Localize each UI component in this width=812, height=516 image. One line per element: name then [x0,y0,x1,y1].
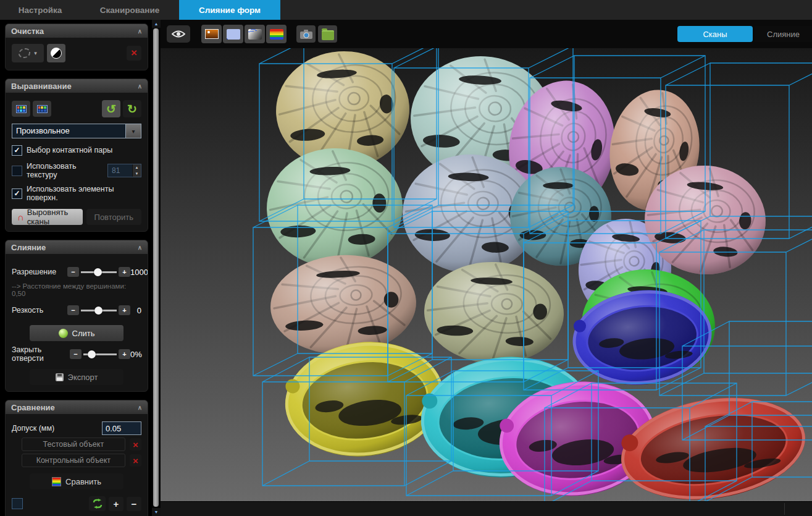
undo-button[interactable]: ↺ [102,100,120,117]
close-holes-slider[interactable] [83,353,117,355]
tab-shape-fusion[interactable]: Слияние форм [179,0,280,20]
resolution-slider[interactable] [81,271,117,273]
rainbow-deviation-icon [52,477,61,486]
viewport-toolbar: Сканы Слияние [161,20,812,48]
gray-gradient-icon [248,29,262,40]
collapse-caret-icon: ∧ [138,404,142,411]
resolution-value: 1000 [130,268,148,277]
redo-icon: ↻ [127,102,137,116]
tab-settings[interactable]: Настройка [0,0,80,20]
remove-button[interactable]: − [127,497,141,511]
align-scans-button[interactable]: ∩ Выровнять сканы [12,209,83,225]
status-bar-divider [784,503,785,515]
slider-minus-button[interactable]: − [67,267,79,277]
panel-fusion-header[interactable]: Слияние ∧ [6,240,148,254]
slider-thumb[interactable] [94,268,102,276]
resolution-label: Разрешение [12,268,67,276]
slider-plus-button[interactable]: + [119,305,130,315]
rainbow-icon [270,29,283,40]
open-folder-button[interactable] [318,25,337,43]
show-shaded-button[interactable] [223,25,243,43]
slider-plus-button[interactable]: + [119,267,130,277]
alignment-mode-dropdown[interactable]: Произвольное ▾ [12,124,141,138]
repeat-button[interactable]: Повторить [86,209,141,225]
clear-test-object-button[interactable]: × [130,438,141,450]
vertex-distance-hint: --> Расстояние между вершинами: 0,50 [12,282,141,297]
scan-row-view-button[interactable] [33,101,51,117]
view-fusion-button[interactable]: Слияние [755,26,812,42]
panel-title: Слияние [11,243,46,252]
swap-objects-button[interactable] [89,496,106,511]
visibility-button[interactable] [167,25,190,43]
export-label: Экспорт [68,373,98,382]
viewport-status-bar [161,501,812,516]
clear-control-object-button[interactable]: × [130,454,141,467]
alignment-mode-value: Произвольное [12,124,125,138]
compare-label: Сравнить [65,477,101,486]
add-button[interactable]: + [109,497,123,511]
panel-fusion: Слияние ∧ Разрешение − + 1000 --> Рассто… [5,240,148,392]
folder-icon [322,30,334,40]
delete-x-icon: × [131,47,137,59]
invert-selection-icon [51,48,62,59]
panel-title: Сравнение [11,403,55,412]
test-object-button[interactable]: Тестовый объект [22,438,125,451]
panel-alignment-header[interactable]: Выравнивание ∧ [6,79,148,93]
tab-scanning[interactable]: Сканирование [80,0,179,20]
checkbox[interactable]: ✓ [12,145,22,156]
checkbox-label: Использовать элементы поверхн. [27,185,141,202]
collapse-caret-icon: ∧ [138,28,142,35]
sidebar-scrollbar[interactable]: ▲ ▼ [152,20,161,516]
sharpness-slider[interactable] [81,310,117,311]
sidebar: Очистка ∧ ▾ × [0,20,152,516]
redo-button[interactable]: ↻ [123,100,141,117]
export-button[interactable]: Экспорт [30,369,123,385]
slider-minus-button[interactable]: − [67,305,79,315]
slider-thumb[interactable] [94,307,103,315]
show-texture-button[interactable] [201,25,222,43]
selection-tool-dropdown[interactable]: ▾ [12,44,44,62]
tolerance-input[interactable] [102,421,141,435]
fuse-button[interactable]: Слить [30,325,123,341]
viewport-area: Сканы Слияние [161,20,812,516]
alignment-checkbox-row-2: ✓Использовать элементы поверхн. [12,185,141,202]
slider-thumb[interactable] [88,350,96,358]
3d-viewport[interactable] [161,48,812,502]
checkbox[interactable]: ✓ [12,188,22,199]
panel-alignment: Выравнивание ∧ ↺ ↻ [5,78,148,232]
blue-fan-icon [227,29,240,40]
show-deviation-colors-button[interactable] [266,25,287,43]
sharpness-slider-row: Резкость − + 0 [12,303,141,317]
sharpness-label: Резкость [12,306,67,315]
alignment-checkbox-row-0: ✓Выбор контактной пары [12,144,141,156]
checkbox[interactable] [12,166,22,176]
panel-comparison-header[interactable]: Сравнение ∧ [6,400,148,414]
scroll-up-button[interactable]: ▲ [152,20,161,28]
screenshot-button[interactable] [296,25,316,43]
scrollbar-thumb[interactable] [153,28,159,507]
spinner-arrows[interactable]: ▲▼ [132,164,141,177]
delete-selection-button[interactable]: × [127,46,141,61]
compare-button[interactable]: Сравнить [30,473,123,489]
panel-comparison: Сравнение ∧ Допуск (мм) Тестовый объект … [5,400,148,516]
slider-plus-button[interactable]: + [119,349,130,359]
texture-quality-input[interactable]: 81▲▼ [107,164,141,177]
scroll-down-button[interactable]: ▼ [152,508,161,516]
scan-row-icon [37,105,48,113]
sharpness-value: 0 [130,306,141,315]
slider-minus-button[interactable]: − [70,349,82,359]
texture-quality-value: 81 [108,164,132,177]
invert-selection-button[interactable] [47,44,65,62]
show-gray-shaded-button[interactable] [245,25,265,43]
panel-title: Очистка [11,27,44,36]
comparison-checkbox[interactable] [12,498,23,509]
chevron-down-icon[interactable]: ▾ [125,124,141,138]
magnet-icon: ∩ [17,212,24,222]
top-tab-bar: Настройка Сканирование Слияние форм [0,0,812,20]
control-object-button[interactable]: Контрольный объект [22,454,125,467]
fuse-orb-icon [59,329,68,338]
scan-list-view-button[interactable] [12,101,30,117]
checkbox-label: Использовать текстуру [27,162,107,179]
panel-cleanup-header[interactable]: Очистка ∧ [6,24,148,38]
view-scans-button[interactable]: Сканы [677,26,753,42]
